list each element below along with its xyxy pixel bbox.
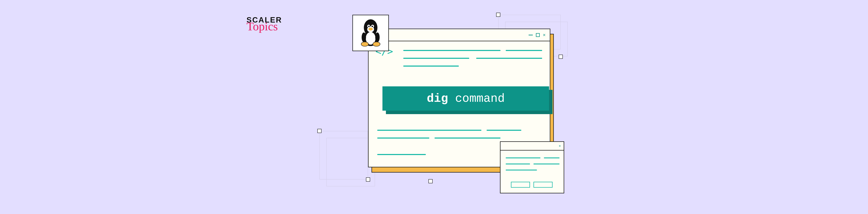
- handle-icon: [559, 55, 563, 59]
- handle-icon: [317, 129, 321, 133]
- minimize-icon: [529, 35, 533, 35]
- window-titlebar: ×: [369, 29, 550, 41]
- maximize-icon: [536, 33, 540, 37]
- decorative-line: [506, 170, 537, 171]
- illustration-container: × </> dig command: [319, 16, 566, 207]
- decorative-line: [435, 138, 500, 139]
- decorative-line: [487, 130, 521, 131]
- tux-logo-box: [352, 15, 389, 51]
- handle-icon: [429, 179, 433, 183]
- decorative-line: [506, 164, 530, 165]
- svg-point-10: [373, 42, 380, 46]
- decorative-line: [377, 138, 429, 139]
- decorative-line: [403, 50, 500, 51]
- decorative-line: [476, 58, 542, 59]
- close-icon: ×: [559, 144, 561, 148]
- svg-point-7: [372, 26, 373, 27]
- decorative-line: [533, 164, 559, 165]
- svg-point-6: [368, 26, 370, 27]
- command-box: dig command: [382, 86, 549, 111]
- tux-penguin-icon: [359, 18, 383, 48]
- command-name: dig: [427, 92, 448, 105]
- decorative-line: [403, 66, 459, 67]
- svg-point-8: [368, 28, 373, 31]
- decorative-line: [506, 157, 540, 158]
- svg-point-12: [375, 32, 380, 42]
- handle-icon: [366, 177, 370, 182]
- hero-banner: SCALER Topics × </>: [238, 0, 804, 214]
- mini-button: [511, 182, 530, 188]
- command-text: dig command: [427, 92, 505, 105]
- decorative-line: [544, 157, 559, 158]
- mini-window: ×: [500, 141, 564, 193]
- command-suffix: command: [448, 92, 505, 105]
- mini-button: [533, 182, 553, 188]
- svg-point-9: [361, 42, 368, 46]
- brand-name-bottom: Topics: [247, 23, 282, 30]
- close-icon: ×: [543, 32, 546, 38]
- svg-point-11: [362, 32, 366, 42]
- decorative-line: [403, 58, 469, 59]
- brand-logo: SCALER Topics: [247, 15, 282, 30]
- decorative-line: [377, 130, 482, 131]
- handle-icon: [496, 13, 500, 17]
- decorative-line: [377, 154, 426, 155]
- mini-titlebar: ×: [500, 142, 564, 150]
- decorative-line: [506, 50, 542, 51]
